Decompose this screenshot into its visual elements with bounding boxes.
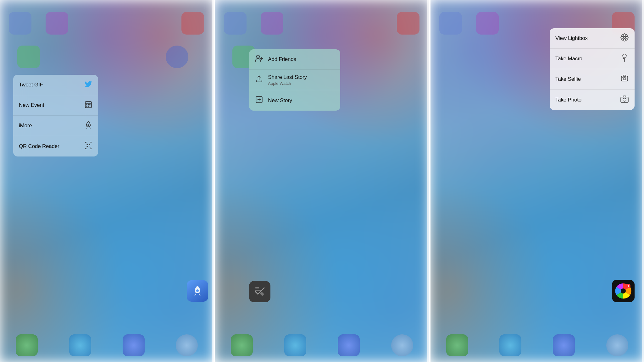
menu-item-qr-left: QR Code Reader (19, 143, 59, 150)
dock-left (0, 334, 214, 356)
separator-mid-right (429, 0, 430, 362)
menu-item-view-lightbox[interactable]: View Lightbox (550, 28, 635, 49)
calendar-icon (84, 100, 92, 110)
menu-item-add-friends[interactable]: Add Friends (249, 49, 340, 70)
scriptable-app-icon[interactable] (249, 281, 270, 302)
menu-item-new-story[interactable]: New Story (249, 90, 340, 111)
menu-item-tweet-gif[interactable]: Tweet GIF (13, 75, 98, 95)
take-photo-label: Take Photo (555, 97, 581, 103)
context-menu-right: View Lightbox Take Macro (550, 28, 635, 110)
flower-icon (620, 33, 629, 44)
menu-item-add-friends-left: Add Friends (255, 54, 296, 65)
take-selfie-label: Take Selfie (555, 76, 581, 82)
imore-label: iMore (19, 123, 32, 129)
selfie-icon (620, 74, 629, 85)
svg-point-32 (624, 36, 625, 38)
dock-icon-4[interactable] (176, 334, 198, 356)
svg-rect-43 (623, 75, 626, 76)
menu-item-new-story-left: New Story (255, 96, 292, 106)
person-add-icon (255, 54, 264, 65)
dock-icon-3[interactable] (123, 334, 145, 356)
svg-point-10 (87, 124, 89, 126)
svg-rect-8 (86, 106, 87, 107)
svg-rect-16 (255, 287, 259, 288)
svg-rect-14 (89, 146, 89, 146)
svg-rect-15 (90, 147, 90, 147)
menu-item-new-event[interactable]: New Event (13, 95, 98, 116)
panel-right: View Lightbox Take Macro (430, 0, 644, 362)
svg-rect-7 (89, 104, 90, 105)
new-story-icon (255, 96, 264, 106)
menu-item-qr-code[interactable]: QR Code Reader (13, 136, 98, 156)
dock-mid-4[interactable] (391, 334, 413, 356)
menu-item-selfie-left: Take Selfie (555, 76, 581, 82)
view-lightbox-label: View Lightbox (555, 35, 588, 41)
svg-point-0 (196, 289, 199, 292)
dock-mid-2[interactable] (284, 334, 306, 356)
dock-right-1[interactable] (446, 334, 468, 356)
share-story-sublabel: Apple Watch (268, 81, 307, 86)
twitter-icon (84, 80, 92, 90)
svg-point-44 (626, 77, 627, 78)
menu-item-macro-left: Take Macro (555, 56, 582, 62)
qr-icon (84, 141, 92, 151)
tulip-icon (620, 53, 629, 64)
svg-point-46 (623, 98, 626, 101)
colorwheel-app-icon[interactable] (612, 280, 635, 302)
dock-mid-1[interactable] (231, 334, 253, 356)
dock-right-3[interactable] (553, 334, 575, 356)
svg-point-18 (257, 55, 259, 58)
take-macro-label: Take Macro (555, 56, 582, 62)
new-story-label: New Story (268, 97, 292, 104)
tweet-gif-label: Tweet GIF (19, 82, 43, 88)
menu-item-take-selfie[interactable]: Take Selfie (550, 69, 635, 90)
svg-rect-11 (87, 144, 88, 145)
menu-item-lightbox-left: View Lightbox (555, 35, 588, 41)
svg-rect-17 (255, 290, 261, 291)
qr-label: QR Code Reader (19, 143, 59, 150)
dock-icon-1[interactable] (16, 334, 38, 356)
share-icon (255, 75, 264, 85)
svg-rect-5 (86, 104, 87, 105)
separator-left-mid (214, 0, 215, 362)
dock-right-2[interactable] (499, 334, 521, 356)
menu-item-imore-left: iMore (19, 123, 32, 129)
context-menu-left: Tweet GIF New Event (13, 75, 98, 156)
context-menu-middle: Add Friends Share Last Story Apple Watch (249, 49, 340, 111)
share-story-label: Share Last Story (268, 74, 307, 80)
add-friends-label: Add Friends (268, 56, 296, 63)
camera-icon (620, 95, 629, 105)
menu-item-tweet-gif-left: Tweet GIF (19, 82, 43, 88)
dock-middle (215, 334, 429, 356)
panel-middle: Add Friends Share Last Story Apple Watch (215, 0, 429, 362)
app-icons-left (0, 0, 214, 362)
svg-point-47 (626, 97, 627, 98)
dock-icon-2[interactable] (69, 334, 91, 356)
svg-rect-6 (88, 104, 89, 105)
svg-point-28 (621, 288, 626, 293)
svg-rect-12 (89, 144, 90, 145)
dock-right (430, 334, 644, 356)
dock-right-4[interactable] (606, 334, 628, 356)
menu-item-imore[interactable]: iMore (13, 116, 98, 136)
svg-point-42 (623, 77, 626, 80)
svg-rect-13 (87, 146, 88, 147)
svg-rect-9 (88, 106, 89, 107)
new-event-label: New Event (19, 102, 44, 108)
imore-rocket-icon (84, 121, 92, 131)
share-story-text: Share Last Story Apple Watch (268, 74, 307, 86)
menu-item-share-story[interactable]: Share Last Story Apple Watch (249, 70, 340, 90)
menu-item-share-left: Share Last Story Apple Watch (255, 74, 307, 86)
menu-item-new-event-left: New Event (19, 102, 44, 108)
menu-item-take-photo[interactable]: Take Photo (550, 90, 635, 110)
rocket-app-icon[interactable] (187, 280, 208, 302)
panel-left: Tweet GIF New Event (0, 0, 214, 362)
menu-item-take-macro[interactable]: Take Macro (550, 49, 635, 69)
dock-mid-3[interactable] (338, 334, 360, 356)
menu-item-photo-left: Take Photo (555, 97, 581, 103)
